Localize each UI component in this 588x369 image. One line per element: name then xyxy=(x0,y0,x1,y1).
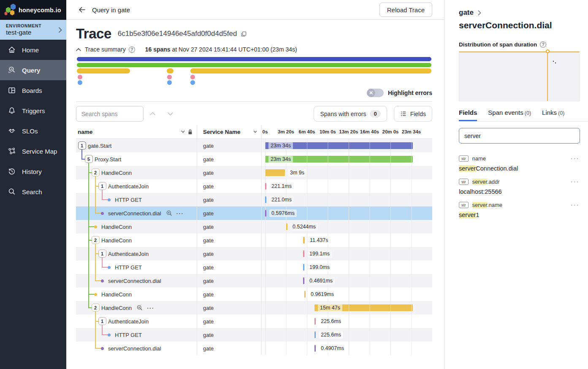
span-count-badge[interactable]: 1 xyxy=(78,141,86,149)
sidebar-item-slos[interactable]: SLOs xyxy=(0,121,66,141)
sort-chevron-icon[interactable] xyxy=(181,130,185,133)
field-menu-icon[interactable]: ··· xyxy=(571,201,580,209)
sidebar-item-home[interactable]: Home xyxy=(0,40,66,60)
span-count-badge[interactable]: 2 xyxy=(92,168,100,176)
span-duration-bar[interactable] xyxy=(304,291,306,298)
minimap-segment xyxy=(78,80,82,85)
span-count-badge[interactable]: 1 xyxy=(98,250,106,258)
span-duration-bar[interactable] xyxy=(314,331,316,338)
divider xyxy=(76,101,432,102)
zoom-in-icon[interactable] xyxy=(137,305,143,311)
back-button[interactable] xyxy=(78,5,86,14)
highlight-errors-label: Highlight errors xyxy=(388,90,432,96)
span-duration-bar[interactable] xyxy=(303,264,304,271)
sidebar-item-history[interactable]: History xyxy=(0,161,66,182)
sidebar-item-label: Search xyxy=(22,188,42,195)
breadcrumb: gate xyxy=(459,8,580,17)
search-spans-input[interactable] xyxy=(76,106,144,122)
next-match-button[interactable] xyxy=(161,106,179,122)
row-menu-icon[interactable]: ··· xyxy=(147,305,154,311)
span-row-HTTP GET[interactable]: HTTP GETgate199.0ms xyxy=(76,260,432,274)
span-row-AuthenticateJoin[interactable]: 1AuthenticateJoingate199.1ms xyxy=(76,247,432,260)
span-count-badge[interactable]: 5 xyxy=(85,155,93,163)
timeline-tick: 6m 40s xyxy=(298,129,315,134)
span-count-badge[interactable]: 1 xyxy=(98,317,106,325)
sidebar-item-search[interactable]: Search xyxy=(0,182,66,202)
span-duration-bar[interactable] xyxy=(314,345,316,352)
tab-fields[interactable]: Fields xyxy=(459,109,477,121)
span-row-HTTP GET[interactable]: HTTP GETgate225.6ms xyxy=(76,328,432,342)
span-duration-bar[interactable] xyxy=(265,169,285,176)
span-duration-bar[interactable] xyxy=(303,277,304,284)
previous-match-button[interactable] xyxy=(144,106,161,122)
sidebar-item-boards[interactable]: Boards xyxy=(0,80,66,100)
span-count-badge[interactable]: 1 xyxy=(98,182,106,190)
minimap-segment xyxy=(77,63,431,67)
service-name-value: gate xyxy=(203,301,214,315)
span-row-HandleConn[interactable]: HandleConngate0.9619ms xyxy=(76,288,432,301)
span-count-badge[interactable]: 2 xyxy=(92,236,100,244)
span-row-AuthenticateJoin[interactable]: 1AuthenticateJoingate221.1ms xyxy=(76,179,432,193)
breadcrumb-service[interactable]: gate xyxy=(459,8,474,17)
span-name: HandleConn xyxy=(101,220,132,233)
field-menu-icon[interactable]: ··· xyxy=(571,155,580,162)
span-duration-bar[interactable] xyxy=(303,237,305,244)
trace-minimap[interactable] xyxy=(77,57,431,85)
tab-links[interactable]: Links(0) xyxy=(542,109,564,121)
zoom-in-icon[interactable] xyxy=(166,210,172,216)
span-row-HandleConn[interactable]: 2HandleConngate11.437s xyxy=(76,233,432,247)
span-duration-label: 221.1ms xyxy=(269,182,294,190)
span-row-HandleConn[interactable]: 2HandleConn···gate15m 47s xyxy=(76,301,432,315)
column-lock-icon[interactable] xyxy=(188,129,192,135)
span-detail-panel: gate serverConnection.dial Distribution … xyxy=(444,0,588,369)
fields-button[interactable]: Fields xyxy=(394,106,432,122)
span-row-HTTP GET[interactable]: HTTP GETgate221.0ms xyxy=(76,193,432,206)
span-row-serverConnection-dial[interactable]: serverConnection.dialgate0.4691ms xyxy=(76,274,432,288)
field-name: server.addr xyxy=(472,179,500,185)
copy-icon[interactable] xyxy=(241,31,247,37)
help-icon[interactable]: ? xyxy=(129,46,135,53)
minimap-segment xyxy=(167,80,172,85)
span-row-HandleConn[interactable]: 2HandleConngate3m 9s xyxy=(76,166,432,179)
span-duration-bar[interactable] xyxy=(265,210,266,217)
span-row-HandleConn[interactable]: HandleConngate0.5244ms xyxy=(76,220,432,233)
row-menu-icon[interactable]: ··· xyxy=(176,210,184,217)
arrow-left-icon xyxy=(78,5,86,14)
sidebar-item-label: Boards xyxy=(22,87,42,94)
span-row-serverConnection-dial[interactable]: serverConnection.dialgate0.4907ms xyxy=(76,342,432,355)
fields-filter-input[interactable] xyxy=(459,128,580,144)
help-icon[interactable]: ? xyxy=(540,41,546,48)
honeycomb-logo[interactable]: honeycomb.io xyxy=(0,0,66,20)
sidebar-item-label: Triggers xyxy=(22,107,45,114)
tab-label: Fields xyxy=(459,109,477,116)
slos-icon xyxy=(8,127,16,135)
span-duration-bar[interactable] xyxy=(286,223,287,230)
span-row-gate-Start[interactable]: 1gate.Startgate23m 34s xyxy=(76,139,432,152)
sidebar-item-service-map[interactable]: Service Map xyxy=(0,141,66,161)
field-menu-icon[interactable]: ··· xyxy=(571,178,580,185)
minimap-segment xyxy=(190,75,195,79)
tab-span-events[interactable]: Span events(0) xyxy=(488,109,531,121)
collapse-summary-button[interactable] xyxy=(76,48,81,51)
span-duration-bar[interactable] xyxy=(314,318,316,325)
name-column-header[interactable]: name xyxy=(78,129,92,135)
highlight-errors-toggle[interactable]: ✕ xyxy=(367,89,384,97)
span-count-badge[interactable]: 2 xyxy=(92,304,100,312)
span-row-Proxy-Start[interactable]: 5Proxy.Startgate23m 34s xyxy=(76,152,432,166)
service-map-icon xyxy=(8,147,16,155)
sidebar-item-query[interactable]: Query xyxy=(0,60,66,80)
span-duration-bar[interactable] xyxy=(265,183,266,190)
sidebar-item-triggers[interactable]: Triggers xyxy=(0,100,66,121)
sort-chevron-icon[interactable] xyxy=(253,130,257,133)
duration-distribution-chart[interactable] xyxy=(459,52,580,101)
span-duration-bar[interactable] xyxy=(303,250,304,257)
span-duration-bar[interactable] xyxy=(265,196,266,203)
spans-with-errors-button[interactable]: Spans with errors 0 xyxy=(314,106,387,122)
environment-switcher[interactable]: ENVIRONMENT test-gate xyxy=(0,20,66,40)
span-row-serverConnection-dial[interactable]: serverConnection.dial···gate0.5976ms xyxy=(76,206,432,220)
service-column-header[interactable]: Service Name xyxy=(203,129,241,135)
field-value: serverConnection.dial xyxy=(459,165,580,172)
span-row-AuthenticateJoin[interactable]: 1AuthenticateJoingate225.6ms xyxy=(76,315,432,328)
reload-trace-button[interactable]: Reload Trace xyxy=(379,3,432,17)
service-name-value: gate xyxy=(203,206,214,220)
